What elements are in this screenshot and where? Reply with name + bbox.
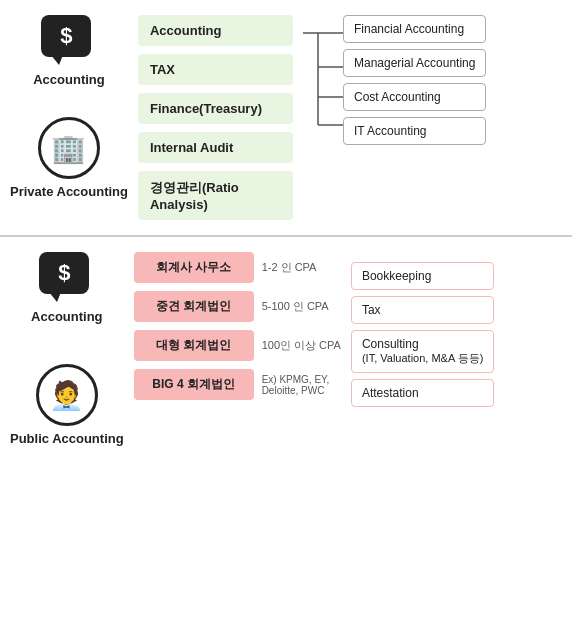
bottom-pink-item-1: 회계사 사무소 [134,252,254,283]
bottom-section: $ Accounting 🧑‍💼 Public Accounting 회계사 사… [0,237,572,461]
bottom-row-4: BIG 4 회계법인 Ex) KPMG, EY,Deloitte, PWC [134,369,341,400]
bottom-right-item-bookkeeping: Bookkeeping [351,262,494,290]
mid-item-management: 경영관리(RatioAnalysis) [138,171,293,220]
cpa-label-4: Ex) KPMG, EY,Deloitte, PWC [262,374,330,396]
private-accounting-label: Private Accounting [10,184,128,199]
mid-item-finance: Finance(Treasury) [138,93,293,124]
bottom-row-1: 회계사 사무소 1-2 인 CPA [134,252,341,283]
bottom-middle-items: 회계사 사무소 1-2 인 CPA 중견 회계법인 5-100 인 CPA 대형… [134,252,341,400]
top-right-items: Financial Accounting Managerial Accounti… [343,15,486,145]
cpa-label-2: 5-100 인 CPA [262,299,329,314]
building-icon: 🏢 [51,132,86,165]
bottom-row-2: 중견 회계법인 5-100 인 CPA [134,291,341,322]
bottom-right-item-consulting: Consulting(IT, Valuation, M&A 등등) [351,330,494,373]
accounting-icon-block: $ Accounting [33,15,105,87]
connector-lines-svg [303,15,343,180]
dollar-sign: $ [60,23,72,49]
bottom-pink-item-3: 대형 회계법인 [134,330,254,361]
bottom-right-items: Bookkeeping Tax Consulting(IT, Valuation… [351,262,494,407]
bottom-row-3: 대형 회계법인 100인 이상 CPA [134,330,341,361]
mid-item-audit: Internal Audit [138,132,293,163]
public-accounting-label: Public Accounting [10,431,124,446]
cpa-label-1: 1-2 인 CPA [262,260,317,275]
right-item-cost: Cost Accounting [343,83,486,111]
right-item-financial: Financial Accounting [343,15,486,43]
bottom-dollar-speech-bubble: $ [39,252,94,304]
top-section: $ Accounting 🏢 Private Accounting Accoun… [0,0,572,237]
cpa-label-3: 100인 이상 CPA [262,338,341,353]
right-item-managerial: Managerial Accounting [343,49,486,77]
top-right-content: Financial Accounting Managerial Accounti… [303,15,562,180]
mid-item-tax: TAX [138,54,293,85]
bottom-right-item-tax: Tax [351,296,494,324]
right-item-it: IT Accounting [343,117,486,145]
top-left-icons: $ Accounting 🏢 Private Accounting [10,15,128,199]
dollar-speech-bubble: $ [41,15,96,67]
building-circle-icon: 🏢 [38,117,100,179]
private-accounting-icon-block: 🏢 Private Accounting [10,117,128,199]
mid-item-accounting: Accounting [138,15,293,46]
bottom-pink-item-4: BIG 4 회계법인 [134,369,254,400]
bottom-pink-item-2: 중견 회계법인 [134,291,254,322]
top-middle-items: Accounting TAX Finance(Treasury) Interna… [138,15,293,220]
person-calculator-icon: 🧑‍💼 [49,379,84,412]
person-circle-icon: 🧑‍💼 [36,364,98,426]
bottom-dollar-sign: $ [58,260,70,286]
bottom-accounting-label: Accounting [31,309,103,324]
public-accounting-icon-block: 🧑‍💼 Public Accounting [10,364,124,446]
bottom-left-icons: $ Accounting 🧑‍💼 Public Accounting [10,252,124,446]
accounting-label: Accounting [33,72,105,87]
bottom-accounting-icon-block: $ Accounting [31,252,103,324]
bottom-right-item-attestation: Attestation [351,379,494,407]
